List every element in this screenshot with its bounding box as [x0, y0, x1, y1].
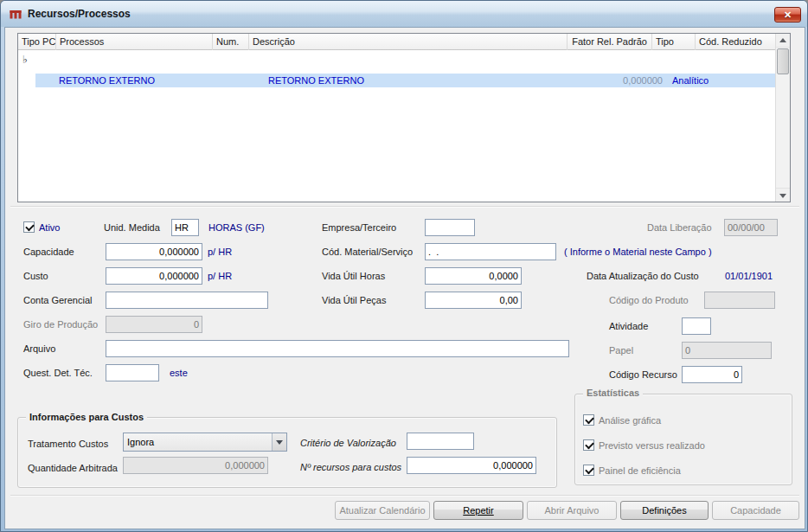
empresa-terceiro-input[interactable]	[425, 219, 475, 236]
custo-unit: p/ HR	[208, 271, 232, 282]
capacidade-button: Capacidade	[712, 501, 799, 520]
giro-producao-input: 0	[106, 316, 202, 333]
tratamento-custos-value: Ignora	[127, 437, 154, 447]
painel-eficiencia-checkbox	[583, 465, 594, 476]
estatisticas-group-title: Estatísticas	[583, 388, 643, 399]
analise-grafica-label: Análise gráfica	[599, 415, 661, 426]
data-atualizacao-label: Data Atualização do Custo	[587, 271, 699, 282]
current-row-marker-icon: ♭	[22, 54, 28, 66]
papel-label: Papel	[609, 345, 633, 356]
quest-det-tec-label: Quest. Det. Téc.	[23, 368, 93, 379]
footer-divider	[10, 495, 799, 497]
abrir-arquivo-button: Abrir Arquivo	[527, 501, 617, 520]
giro-producao-label: Giro de Produção	[23, 319, 98, 330]
previsto-realizado-checkbox	[583, 439, 594, 451]
cell-tipo: Analítico	[672, 74, 709, 87]
custos-groupbox	[17, 417, 557, 488]
previsto-realizado-label: Previsto versus realizado	[599, 440, 705, 452]
atividade-input[interactable]	[682, 317, 711, 335]
data-liberacao-label: Data Liberação	[647, 222, 712, 234]
n-recursos-label: Nº recursos para custos	[300, 462, 401, 473]
col-header-tipo-pcp[interactable]: Tipo PCP	[18, 34, 56, 50]
capacidade-label: Capacidade	[23, 247, 74, 258]
cod-material-input[interactable]: . .	[425, 243, 556, 260]
scroll-down-icon[interactable]	[776, 188, 790, 202]
cell-processos: RETORNO EXTERNO	[59, 74, 155, 87]
vida-util-horas-input[interactable]: 0,0000	[425, 267, 522, 285]
grid-header: Tipo PCP Processos Num. Descrição Fator …	[18, 34, 775, 50]
grid-vertical-scrollbar[interactable]	[775, 34, 790, 202]
vida-util-pecas-label: Vida Útil Peças	[322, 295, 386, 306]
col-header-num[interactable]: Num.	[213, 34, 249, 50]
close-icon[interactable]: ✕	[774, 7, 801, 22]
arquivo-label: Arquivo	[23, 343, 55, 355]
col-header-cod-reduzido[interactable]: Cód. Reduzido	[696, 34, 773, 50]
cell-descricao: RETORNO EXTERNO	[268, 74, 364, 87]
criterio-valorizacao-label: Critério de Valorização	[300, 438, 396, 449]
repetir-button[interactable]: Repetir	[433, 501, 523, 520]
tratamento-custos-label: Tratamento Custos	[28, 439, 108, 450]
dialog-client-area: Tipo PCP Processos Num. Descrição Fator …	[4, 27, 805, 529]
n-recursos-input[interactable]: 0,000000	[407, 457, 536, 474]
quantidade-arbitrada-label: Quantidade Arbitrada	[28, 463, 118, 474]
scrollbar-thumb[interactable]	[777, 48, 789, 74]
quest-det-tec-input[interactable]	[106, 364, 159, 381]
app-icon	[9, 7, 22, 21]
papel-input: 0	[682, 342, 772, 359]
data-atualizacao-value: 01/01/1901	[725, 271, 773, 282]
ativo-checkbox[interactable]	[23, 221, 35, 233]
atividade-label: Atividade	[609, 321, 648, 332]
arquivo-input[interactable]	[106, 340, 569, 357]
custo-input[interactable]: 0,000000	[106, 267, 202, 285]
conta-gerencial-input[interactable]	[106, 292, 268, 309]
processes-grid: Tipo PCP Processos Num. Descrição Fator …	[17, 33, 791, 202]
codigo-recurso-input[interactable]: 0	[682, 366, 742, 383]
codigo-produto-label: Código do Produto	[609, 295, 689, 306]
unid-medida-label: Unid. Medida	[104, 222, 160, 234]
vida-util-pecas-input[interactable]: 0,00	[425, 292, 522, 309]
window-title: Recursos/Processos	[28, 8, 131, 20]
ativo-label: Ativo	[39, 222, 60, 234]
cod-material-hint: ( Informe o Material neste Campo )	[564, 247, 712, 258]
capacidade-input[interactable]: 0,000000	[106, 243, 202, 260]
empresa-terceiro-label: Empresa/Terceiro	[322, 222, 396, 234]
definicoes-button[interactable]: Definições	[620, 501, 709, 520]
recursos-processos-window: Recursos/Processos ✕ Tipo PCP Processos …	[0, 0, 808, 532]
quest-det-tec-link[interactable]: este	[170, 368, 188, 379]
conta-gerencial-label: Conta Gerencial	[23, 295, 93, 306]
custos-group-title: Informações para Custos	[26, 412, 147, 423]
criterio-valorizacao-input[interactable]	[407, 433, 474, 450]
col-header-fator[interactable]: Fator Rel. Padrão	[568, 34, 652, 50]
data-liberacao-input: 00/00/00	[724, 219, 778, 236]
cod-material-label: Cód. Material/Serviço	[322, 247, 413, 258]
chevron-down-icon[interactable]	[272, 433, 286, 451]
cell-fator: 0,000000	[559, 74, 663, 87]
painel-eficiencia-label: Painel de eficiência	[599, 465, 681, 477]
section-divider	[10, 206, 799, 208]
atualizar-calendario-button: Atualizar Calendário	[335, 501, 430, 520]
codigo-recurso-label: Código Recurso	[609, 369, 677, 381]
quantidade-arbitrada-input: 0,000000	[123, 457, 268, 474]
unid-medida-desc: HORAS (GF)	[208, 222, 265, 234]
vida-util-horas-label: Vida Útil Horas	[322, 271, 385, 282]
titlebar[interactable]: Recursos/Processos ✕	[1, 1, 807, 27]
col-header-tipo[interactable]: Tipo	[652, 34, 696, 50]
analise-grafica-checkbox	[583, 414, 594, 426]
capacidade-unit: p/ HR	[208, 247, 232, 258]
tratamento-custos-select[interactable]: Ignora	[123, 433, 287, 452]
codigo-produto-input	[704, 292, 775, 309]
custo-label: Custo	[23, 271, 48, 282]
table-row-selected[interactable]: RETORNO EXTERNO RETORNO EXTERNO 0,000000…	[35, 74, 775, 87]
col-header-descricao[interactable]: Descrição	[249, 34, 568, 50]
unid-medida-input[interactable]: HR	[171, 219, 199, 236]
col-header-processos[interactable]: Processos	[56, 34, 213, 50]
scroll-up-icon[interactable]	[776, 34, 790, 48]
